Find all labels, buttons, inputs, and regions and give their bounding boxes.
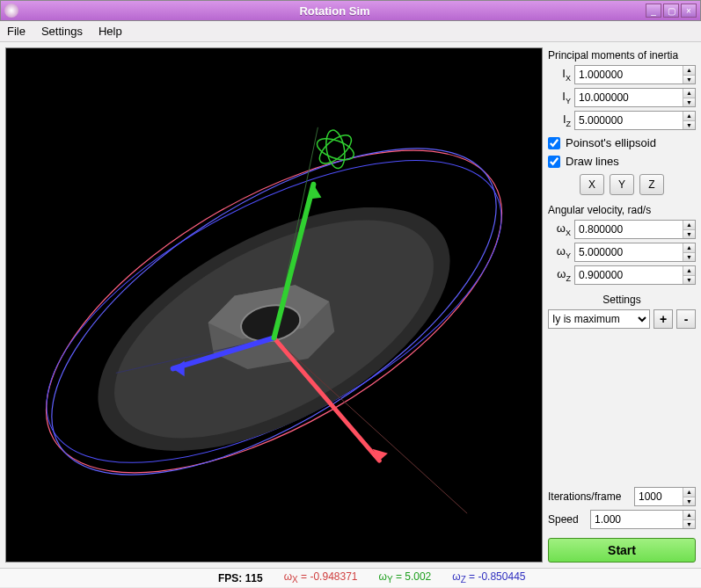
iter-down[interactable]: ▼: [683, 497, 695, 506]
start-button[interactable]: Start: [548, 538, 696, 563]
iz-up[interactable]: ▲: [683, 112, 695, 121]
preset-select[interactable]: Iy is maximum: [548, 309, 650, 329]
speed-input[interactable]: [591, 511, 683, 528]
iz-input[interactable]: [575, 112, 683, 129]
drawlines-label: Draw lines: [566, 155, 619, 168]
poinsot-checkbox[interactable]: [548, 137, 560, 149]
iy-up[interactable]: ▲: [683, 89, 695, 98]
poinsot-label: Poinsot's ellipsoid: [566, 136, 656, 149]
iy-input[interactable]: [575, 89, 683, 106]
status-wx: ωX = -0.948371: [284, 570, 358, 584]
iy-label: IY: [548, 90, 571, 105]
wy-up[interactable]: ▲: [683, 243, 695, 253]
menubar: File Settings Help: [0, 21, 701, 42]
preset-remove-button[interactable]: -: [676, 309, 696, 329]
speed-up[interactable]: ▲: [683, 511, 695, 520]
wz-up[interactable]: ▲: [683, 266, 695, 276]
wz-input[interactable]: [575, 266, 683, 284]
side-panel: Principal moments of inertia IX ▲▼ IY ▲▼…: [546, 42, 701, 568]
minimize-button[interactable]: _: [646, 4, 661, 18]
status-wz: ωZ = -0.850445: [452, 570, 525, 584]
close-button[interactable]: ×: [681, 4, 697, 18]
speed-label: Speed: [548, 513, 587, 526]
iy-down[interactable]: ▼: [683, 98, 695, 107]
menu-file[interactable]: File: [7, 25, 26, 38]
angvel-heading: Angular velocity, rad/s: [548, 204, 696, 216]
wx-down[interactable]: ▼: [683, 230, 695, 239]
fps-display: FPS: 115: [218, 572, 263, 584]
status-wy: ωY = 5.002: [379, 570, 432, 584]
iterations-label: Iterations/frame: [548, 490, 631, 503]
axis-x-button[interactable]: X: [580, 174, 604, 195]
preset-add-button[interactable]: +: [654, 309, 673, 329]
wy-down[interactable]: ▼: [683, 253, 695, 262]
wz-down[interactable]: ▼: [683, 276, 695, 285]
inertia-heading: Principal moments of inertia: [548, 49, 696, 62]
titlebar: Rotation Sim _ ▢ ×: [0, 0, 701, 21]
wx-input[interactable]: [575, 221, 683, 238]
menu-settings[interactable]: Settings: [41, 25, 83, 38]
ix-up[interactable]: ▲: [683, 66, 695, 76]
settings-heading: Settings: [548, 294, 696, 306]
wz-label: ωZ: [548, 267, 571, 283]
wx-label: ωX: [548, 221, 571, 237]
viewport-3d[interactable]: [5, 47, 543, 563]
drawlines-checkbox[interactable]: [548, 156, 560, 168]
iz-down[interactable]: ▼: [683, 121, 695, 130]
iterations-input[interactable]: [635, 488, 683, 505]
wx-up[interactable]: ▲: [683, 221, 695, 230]
ix-input[interactable]: [575, 66, 683, 83]
wy-label: ωY: [548, 244, 571, 260]
wy-input[interactable]: [575, 243, 683, 261]
ix-label: IX: [548, 67, 571, 83]
iter-up[interactable]: ▲: [683, 488, 695, 497]
iz-label: IZ: [548, 113, 571, 128]
statusbar: FPS: 115 ωX = -0.948371 ωY = 5.002 ωZ = …: [0, 568, 701, 587]
axis-y-button[interactable]: Y: [610, 174, 634, 195]
menu-help[interactable]: Help: [99, 25, 122, 38]
ix-down[interactable]: ▼: [683, 76, 695, 84]
maximize-button[interactable]: ▢: [663, 4, 679, 18]
window-title: Rotation Sim: [24, 4, 646, 18]
axis-z-button[interactable]: Z: [639, 174, 664, 195]
speed-down[interactable]: ▼: [683, 520, 695, 529]
app-icon: [4, 4, 18, 18]
